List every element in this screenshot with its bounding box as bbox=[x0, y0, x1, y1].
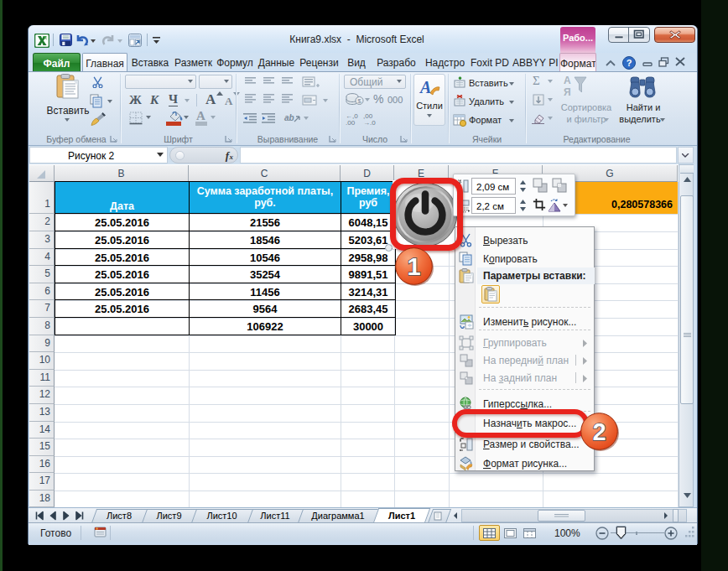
svg-text:→,0: →,0 bbox=[363, 119, 376, 125]
svg-text:ab: ab bbox=[284, 113, 294, 122]
svg-text:2: 2 bbox=[592, 418, 606, 445]
svg-text:1: 1 bbox=[407, 253, 420, 280]
svg-text:,00: ,00 bbox=[346, 119, 356, 125]
svg-text:Я: Я bbox=[564, 86, 571, 98]
svg-text:?: ? bbox=[627, 58, 632, 68]
svg-text:$: $ bbox=[357, 97, 361, 105]
svg-text:А: А bbox=[564, 75, 571, 86]
svg-text:A: A bbox=[419, 78, 431, 96]
